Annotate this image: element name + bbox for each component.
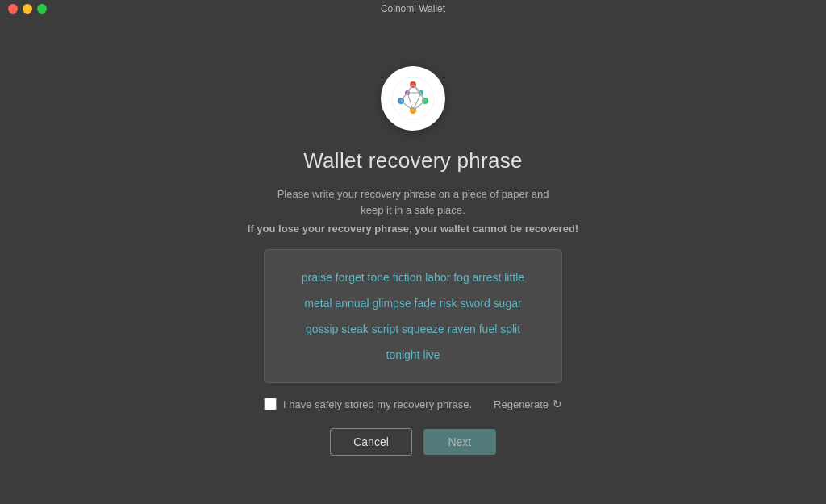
regenerate-label: Regenerate bbox=[494, 398, 549, 410]
phrase-word: tone bbox=[368, 271, 393, 284]
phrase-word: glimpse bbox=[372, 297, 414, 310]
cancel-button[interactable]: Cancel bbox=[330, 428, 412, 456]
window-title: Coinomi Wallet bbox=[381, 3, 445, 15]
stored-phrase-checkbox[interactable] bbox=[264, 398, 277, 410]
phrase-word: praise bbox=[302, 271, 336, 284]
phrase-word: script bbox=[372, 323, 402, 335]
phrase-word: steak bbox=[341, 323, 371, 335]
maximize-button[interactable] bbox=[37, 4, 47, 14]
main-content: Wallet recovery phrase Please write your… bbox=[0, 18, 826, 504]
checkbox-container: I have safely stored my recovery phrase. bbox=[264, 398, 472, 410]
phrase-word: sword bbox=[460, 297, 493, 310]
phrase-word: fuel bbox=[479, 323, 500, 335]
recovery-phrase-box: praise forget tone fiction labor fog arr… bbox=[264, 249, 562, 383]
phrase-word: fog bbox=[453, 271, 472, 284]
next-button[interactable]: Next bbox=[423, 429, 496, 455]
phrase-word: fade bbox=[415, 297, 440, 310]
phrase-word: raven bbox=[448, 323, 479, 335]
button-row: Cancel Next bbox=[330, 428, 496, 456]
checkbox-label: I have safely stored my recovery phrase. bbox=[283, 398, 472, 410]
close-button[interactable] bbox=[8, 4, 18, 14]
regenerate-button[interactable]: Regenerate ↻ bbox=[494, 398, 562, 410]
logo-icon bbox=[391, 77, 435, 120]
warning-text: If you lose your recovery phrase, your w… bbox=[248, 223, 578, 235]
page-title: Wallet recovery phrase bbox=[303, 148, 523, 173]
phrase-word: risk bbox=[440, 297, 461, 310]
phrase-word: split bbox=[500, 323, 520, 335]
traffic-lights bbox=[8, 4, 47, 14]
phrase-word: arrest bbox=[473, 271, 505, 284]
app-logo bbox=[381, 66, 445, 131]
phrase-word: tonight bbox=[386, 348, 423, 361]
phrase-word: fiction bbox=[393, 271, 425, 284]
titlebar: Coinomi Wallet bbox=[0, 0, 826, 18]
phrase-word: forget bbox=[336, 271, 368, 284]
description-text: Please write your recovery phrase on a p… bbox=[276, 186, 550, 218]
minimize-button[interactable] bbox=[23, 4, 32, 14]
regenerate-icon: ↻ bbox=[553, 398, 562, 410]
checkbox-row: I have safely stored my recovery phrase.… bbox=[264, 398, 562, 410]
phrase-word: annual bbox=[335, 297, 372, 310]
phrase-word: labor bbox=[425, 271, 453, 284]
phrase-word: sugar bbox=[494, 297, 522, 310]
phrase-word: gossip bbox=[306, 323, 341, 335]
phrase-word: live bbox=[423, 348, 440, 361]
phrase-word: squeeze bbox=[402, 323, 448, 335]
phrase-word: metal bbox=[304, 297, 335, 310]
phrase-word: little bbox=[504, 271, 524, 284]
